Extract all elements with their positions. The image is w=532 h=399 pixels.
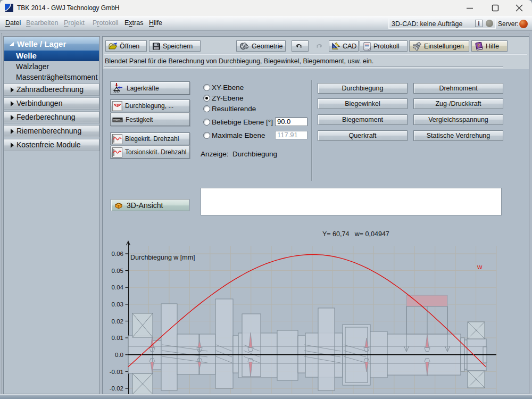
svg-text:-0.02: -0.02 [110,385,123,392]
svg-text:0.05: 0.05 [112,268,123,274]
svg-text:0.02: 0.02 [112,318,123,325]
svg-text:w: w [477,263,483,271]
svg-text:0.0: 0.0 [115,352,123,358]
svg-text:0.06: 0.06 [112,251,123,257]
svg-text:Durchbiegung w [mm]: Durchbiegung w [mm] [130,254,195,261]
svg-text:-0.01: -0.01 [110,369,123,375]
svg-text:0.01: 0.01 [112,335,123,341]
svg-text:0.03: 0.03 [112,301,123,307]
svg-text:0.04: 0.04 [112,284,124,290]
